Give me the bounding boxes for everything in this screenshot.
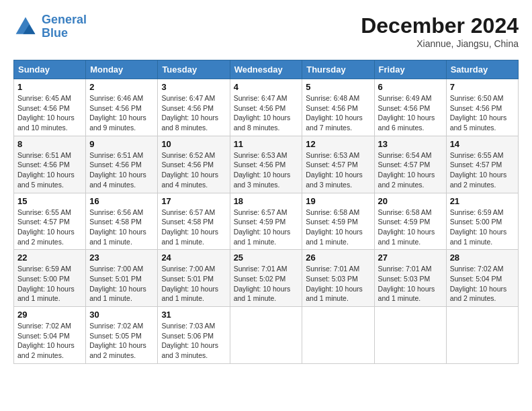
day-number: 11 [234, 139, 299, 149]
calendar-cell: 14Sunrise: 6:55 AM Sunset: 4:57 PM Dayli… [446, 136, 518, 193]
calendar-cell: 26Sunrise: 7:01 AM Sunset: 5:03 PM Dayli… [302, 250, 374, 307]
day-number: 18 [234, 196, 299, 206]
calendar-cell: 1Sunrise: 6:45 AM Sunset: 4:56 PM Daylig… [14, 79, 86, 136]
calendar-cell: 20Sunrise: 6:58 AM Sunset: 4:59 PM Dayli… [374, 193, 446, 250]
weekday-header-friday: Friday [374, 60, 446, 79]
calendar-cell: 19Sunrise: 6:58 AM Sunset: 4:59 PM Dayli… [302, 193, 374, 250]
day-number: 30 [89, 310, 154, 320]
calendar-cell: 6Sunrise: 6:49 AM Sunset: 4:56 PM Daylig… [374, 79, 446, 136]
day-info: Sunrise: 6:50 AM Sunset: 4:56 PM Dayligh… [450, 93, 515, 133]
day-info: Sunrise: 6:58 AM Sunset: 4:59 PM Dayligh… [306, 208, 370, 247]
calendar-cell: 16Sunrise: 6:56 AM Sunset: 4:58 PM Dayli… [86, 193, 158, 250]
day-number: 23 [89, 253, 154, 263]
weekday-header-tuesday: Tuesday [158, 60, 230, 79]
logo-line2: Blue [42, 26, 68, 40]
day-number: 8 [17, 139, 82, 149]
day-info: Sunrise: 7:02 AM Sunset: 5:05 PM Dayligh… [89, 321, 154, 361]
calendar-cell: 9Sunrise: 6:51 AM Sunset: 4:56 PM Daylig… [86, 136, 158, 193]
calendar-cell: 29Sunrise: 7:02 AM Sunset: 5:04 PM Dayli… [14, 307, 86, 364]
calendar-cell: 10Sunrise: 6:52 AM Sunset: 4:56 PM Dayli… [158, 136, 230, 193]
calendar-cell: 27Sunrise: 7:01 AM Sunset: 5:03 PM Dayli… [374, 250, 446, 307]
calendar-cell: 7Sunrise: 6:50 AM Sunset: 4:56 PM Daylig… [446, 79, 518, 136]
day-number: 21 [450, 196, 515, 206]
calendar-cell: 22Sunrise: 6:59 AM Sunset: 5:00 PM Dayli… [14, 250, 86, 307]
day-info: Sunrise: 6:49 AM Sunset: 4:56 PM Dayligh… [378, 93, 443, 133]
day-number: 2 [89, 82, 154, 92]
day-number: 20 [378, 196, 443, 206]
day-info: Sunrise: 6:55 AM Sunset: 4:57 PM Dayligh… [17, 208, 82, 247]
day-info: Sunrise: 7:02 AM Sunset: 5:04 PM Dayligh… [450, 264, 515, 304]
day-info: Sunrise: 6:52 AM Sunset: 4:56 PM Dayligh… [161, 150, 226, 190]
calendar-week-row: 15Sunrise: 6:55 AM Sunset: 4:57 PM Dayli… [14, 193, 519, 250]
day-info: Sunrise: 7:01 AM Sunset: 5:03 PM Dayligh… [306, 264, 370, 304]
calendar-cell [230, 307, 302, 364]
calendar-cell: 4Sunrise: 6:47 AM Sunset: 4:56 PM Daylig… [230, 79, 302, 136]
day-info: Sunrise: 6:55 AM Sunset: 4:57 PM Dayligh… [450, 150, 515, 190]
day-number: 3 [161, 82, 226, 92]
day-info: Sunrise: 6:46 AM Sunset: 4:56 PM Dayligh… [89, 93, 154, 133]
day-info: Sunrise: 6:57 AM Sunset: 4:58 PM Dayligh… [161, 208, 226, 247]
day-number: 31 [161, 310, 226, 320]
weekday-header-sunday: Sunday [14, 60, 86, 79]
calendar-cell: 17Sunrise: 6:57 AM Sunset: 4:58 PM Dayli… [158, 193, 230, 250]
calendar-week-row: 1Sunrise: 6:45 AM Sunset: 4:56 PM Daylig… [14, 79, 519, 136]
logo-icon [13, 15, 38, 39]
calendar-cell: 31Sunrise: 7:03 AM Sunset: 5:06 PM Dayli… [158, 307, 230, 364]
day-info: Sunrise: 7:03 AM Sunset: 5:06 PM Dayligh… [161, 321, 226, 361]
day-info: Sunrise: 6:51 AM Sunset: 4:56 PM Dayligh… [17, 150, 82, 190]
day-number: 6 [378, 82, 443, 92]
calendar-cell: 28Sunrise: 7:02 AM Sunset: 5:04 PM Dayli… [446, 250, 518, 307]
calendar-cell: 12Sunrise: 6:53 AM Sunset: 4:57 PM Dayli… [302, 136, 374, 193]
weekday-header-monday: Monday [86, 60, 158, 79]
logo-line1: General [42, 13, 87, 26]
calendar-week-row: 29Sunrise: 7:02 AM Sunset: 5:04 PM Dayli… [14, 307, 519, 364]
calendar-cell: 30Sunrise: 7:02 AM Sunset: 5:05 PM Dayli… [86, 307, 158, 364]
day-info: Sunrise: 6:54 AM Sunset: 4:57 PM Dayligh… [378, 150, 443, 190]
day-info: Sunrise: 6:56 AM Sunset: 4:58 PM Dayligh… [89, 208, 154, 247]
title-area: December 2024 Xiannue, Jiangsu, China [361, 13, 519, 49]
day-info: Sunrise: 6:47 AM Sunset: 4:56 PM Dayligh… [161, 93, 226, 133]
day-info: Sunrise: 6:53 AM Sunset: 4:57 PM Dayligh… [306, 150, 370, 190]
calendar-cell: 5Sunrise: 6:48 AM Sunset: 4:56 PM Daylig… [302, 79, 374, 136]
calendar-cell: 2Sunrise: 6:46 AM Sunset: 4:56 PM Daylig… [86, 79, 158, 136]
day-info: Sunrise: 6:58 AM Sunset: 4:59 PM Dayligh… [378, 208, 443, 247]
day-info: Sunrise: 6:57 AM Sunset: 4:59 PM Dayligh… [234, 208, 299, 247]
day-number: 19 [306, 196, 370, 206]
day-number: 9 [89, 139, 154, 149]
day-number: 13 [378, 139, 443, 149]
location-subtitle: Xiannue, Jiangsu, China [361, 38, 519, 49]
weekday-header-wednesday: Wednesday [230, 60, 302, 79]
day-number: 28 [450, 253, 515, 263]
calendar-table: SundayMondayTuesdayWednesdayThursdayFrid… [13, 60, 519, 364]
day-number: 14 [450, 139, 515, 149]
calendar-cell: 8Sunrise: 6:51 AM Sunset: 4:56 PM Daylig… [14, 136, 86, 193]
calendar-cell: 18Sunrise: 6:57 AM Sunset: 4:59 PM Dayli… [230, 193, 302, 250]
day-info: Sunrise: 7:00 AM Sunset: 5:01 PM Dayligh… [161, 264, 226, 304]
day-info: Sunrise: 6:59 AM Sunset: 5:00 PM Dayligh… [450, 208, 515, 247]
day-number: 12 [306, 139, 370, 149]
month-title: December 2024 [361, 13, 519, 38]
day-number: 26 [306, 253, 370, 263]
day-number: 15 [17, 196, 82, 206]
day-info: Sunrise: 7:00 AM Sunset: 5:01 PM Dayligh… [89, 264, 154, 304]
day-info: Sunrise: 6:51 AM Sunset: 4:56 PM Dayligh… [89, 150, 154, 190]
day-number: 7 [450, 82, 515, 92]
day-info: Sunrise: 7:01 AM Sunset: 5:03 PM Dayligh… [378, 264, 443, 304]
logo: General Blue [13, 13, 87, 40]
weekday-header-row: SundayMondayTuesdayWednesdayThursdayFrid… [14, 60, 519, 79]
day-info: Sunrise: 6:47 AM Sunset: 4:56 PM Dayligh… [234, 93, 299, 133]
day-number: 1 [17, 82, 82, 92]
calendar-cell: 23Sunrise: 7:00 AM Sunset: 5:01 PM Dayli… [86, 250, 158, 307]
day-number: 27 [378, 253, 443, 263]
day-number: 10 [161, 139, 226, 149]
weekday-header-saturday: Saturday [446, 60, 518, 79]
day-info: Sunrise: 6:48 AM Sunset: 4:56 PM Dayligh… [306, 93, 370, 133]
day-number: 25 [234, 253, 299, 263]
logo-text: General Blue [42, 13, 87, 40]
calendar-cell: 21Sunrise: 6:59 AM Sunset: 5:00 PM Dayli… [446, 193, 518, 250]
day-number: 22 [17, 253, 82, 263]
day-number: 29 [17, 310, 82, 320]
calendar-cell: 13Sunrise: 6:54 AM Sunset: 4:57 PM Dayli… [374, 136, 446, 193]
calendar-cell [374, 307, 446, 364]
day-number: 17 [161, 196, 226, 206]
